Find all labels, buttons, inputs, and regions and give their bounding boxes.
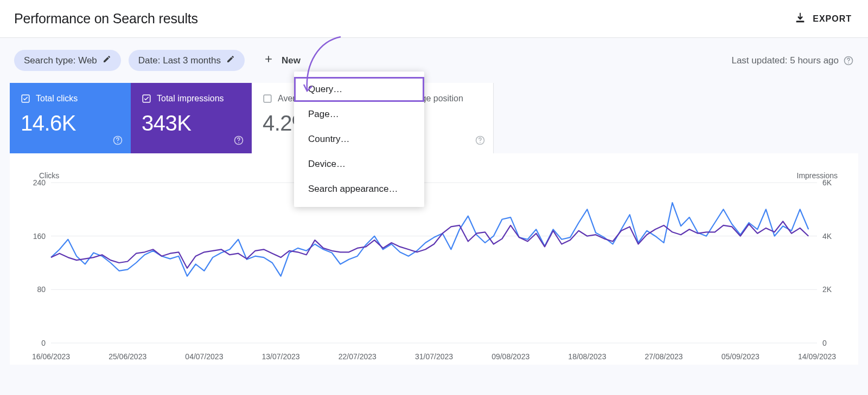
chip-label: Date: Last 3 months — [138, 55, 221, 66]
dropdown-item-country[interactable]: Country… — [294, 127, 424, 152]
checkbox-icon — [142, 94, 151, 103]
svg-text:0: 0 — [41, 339, 46, 347]
svg-text:80: 80 — [37, 285, 46, 294]
svg-text:31/07/2023: 31/07/2023 — [415, 352, 453, 361]
last-updated: Last updated: 5 hours ago — [731, 55, 854, 66]
card-total-clicks[interactable]: Total clicks 14.6K — [10, 83, 131, 153]
metric-cards: Total clicks 14.6K Total impressions 343… — [10, 83, 858, 153]
dropdown-item-search-appearance[interactable]: Search appearance… — [294, 177, 424, 202]
svg-text:160: 160 — [33, 232, 46, 241]
export-button[interactable]: EXPORT — [794, 12, 852, 26]
checkbox-icon — [263, 94, 272, 103]
svg-text:05/09/2023: 05/09/2023 — [722, 352, 760, 361]
new-label: New — [282, 55, 301, 66]
svg-text:2K: 2K — [822, 285, 832, 294]
last-updated-text: Last updated: 5 hours ago — [731, 55, 839, 66]
svg-text:09/08/2023: 09/08/2023 — [492, 352, 529, 361]
checkbox-icon — [21, 94, 30, 103]
svg-text:4K: 4K — [822, 232, 832, 241]
svg-text:25/06/2023: 25/06/2023 — [108, 352, 146, 361]
export-label: EXPORT — [813, 14, 852, 24]
dropdown-item-page[interactable]: Page… — [294, 102, 424, 127]
dropdown-item-query[interactable]: Query… — [294, 77, 424, 102]
svg-text:18/08/2023: 18/08/2023 — [568, 352, 606, 361]
help-icon[interactable] — [112, 135, 123, 146]
page-title: Performance on Search results — [14, 11, 198, 27]
svg-text:22/07/2023: 22/07/2023 — [339, 352, 376, 361]
svg-rect-9 — [264, 95, 271, 102]
svg-text:14/09/2023: 14/09/2023 — [798, 352, 836, 361]
svg-point-5 — [117, 142, 118, 143]
help-icon[interactable] — [233, 135, 244, 146]
help-icon[interactable] — [475, 135, 486, 146]
svg-rect-0 — [796, 21, 805, 22]
download-icon — [794, 12, 806, 26]
svg-text:13/07/2023: 13/07/2023 — [262, 352, 300, 361]
dropdown-item-device[interactable]: Device… — [294, 152, 424, 177]
svg-text:27/08/2023: 27/08/2023 — [645, 352, 683, 361]
pencil-icon — [103, 55, 111, 66]
help-icon[interactable] — [843, 55, 854, 66]
svg-point-12 — [480, 142, 481, 143]
card-total-impressions[interactable]: Total impressions 343K — [131, 83, 252, 153]
chip-label: Search type: Web — [24, 55, 97, 66]
header: Performance on Search results EXPORT — [0, 0, 868, 37]
svg-point-8 — [238, 142, 239, 143]
filter-chip-search-type[interactable]: Search type: Web — [14, 50, 121, 71]
filter-chip-date[interactable]: Date: Last 3 months — [129, 50, 245, 71]
svg-text:04/07/2023: 04/07/2023 — [185, 352, 223, 361]
card-label: Total impressions — [157, 94, 224, 103]
svg-text:0: 0 — [822, 339, 827, 347]
svg-point-2 — [848, 62, 849, 63]
card-value: 343K — [142, 111, 241, 135]
new-filter-button[interactable]: New — [252, 54, 301, 67]
filters-row: Search type: Web Date: Last 3 months New… — [0, 38, 868, 83]
svg-text:Impressions: Impressions — [797, 171, 838, 180]
card-label: Total clicks — [36, 94, 78, 103]
plus-icon — [263, 54, 274, 67]
chart-area: 08016024002K4K6KClicksImpressions16/06/2… — [10, 153, 858, 365]
pencil-icon — [226, 55, 235, 66]
svg-text:Clicks: Clicks — [39, 171, 59, 180]
line-chart: 08016024002K4K6KClicksImpressions16/06/2… — [21, 170, 847, 365]
new-filter-dropdown: Query… Page… Country… Device… Search app… — [294, 72, 424, 207]
svg-text:16/06/2023: 16/06/2023 — [32, 352, 70, 361]
card-value: 14.6K — [21, 111, 120, 135]
